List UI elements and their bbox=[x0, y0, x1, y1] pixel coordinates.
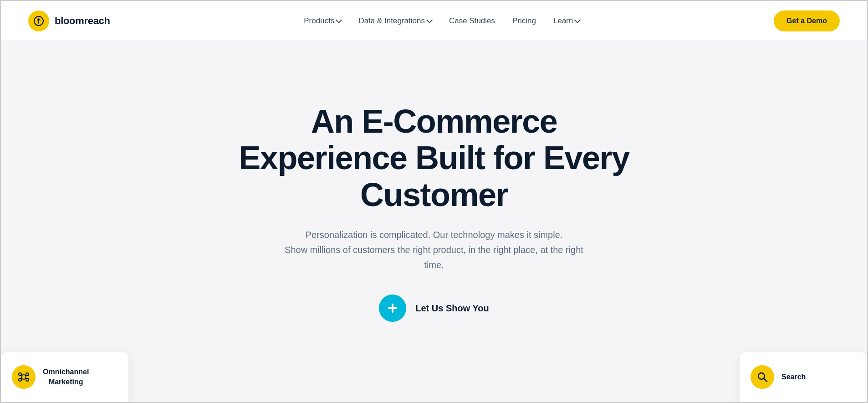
search-label: Search bbox=[781, 373, 806, 381]
cta-label: Let Us Show You bbox=[415, 303, 489, 314]
page-wrapper: bloomreach Products Data & Integrations … bbox=[0, 0, 868, 403]
omnichannel-card[interactable]: Omnichannel Marketing bbox=[1, 352, 128, 402]
hero-subtitle: Personalization is complicated. Our tech… bbox=[279, 227, 589, 273]
nav-case-studies[interactable]: Case Studies bbox=[449, 16, 495, 26]
brand-area: bloomreach bbox=[28, 10, 110, 31]
chevron-down-icon bbox=[336, 16, 342, 23]
cta-icon-circle[interactable] bbox=[379, 294, 406, 322]
hero-section: An E-Commerce Experience Built for Every… bbox=[1, 41, 867, 402]
svg-point-5 bbox=[26, 373, 29, 376]
hero-title: An E-Commerce Experience Built for Every… bbox=[229, 103, 639, 213]
omnichannel-icon-circle bbox=[12, 365, 36, 389]
get-demo-button[interactable]: Get a Demo bbox=[774, 10, 840, 31]
nav-pricing[interactable]: Pricing bbox=[512, 16, 536, 26]
nav-learn[interactable]: Learn bbox=[553, 16, 580, 26]
chevron-down-icon bbox=[426, 16, 433, 23]
nav-data-integrations[interactable]: Data & Integrations bbox=[358, 16, 432, 26]
svg-point-7 bbox=[26, 378, 29, 381]
svg-point-6 bbox=[19, 378, 21, 381]
navbar: bloomreach Products Data & Integrations … bbox=[1, 1, 867, 41]
nav-products[interactable]: Products bbox=[304, 16, 341, 26]
brand-name: bloomreach bbox=[55, 15, 110, 27]
chevron-down-icon bbox=[574, 16, 581, 23]
search-icon-circle bbox=[751, 365, 774, 389]
cta-row: Let Us Show You bbox=[379, 294, 489, 322]
search-card[interactable]: Search bbox=[740, 352, 867, 402]
omnichannel-label: Omnichannel Marketing bbox=[43, 367, 89, 388]
nav-links: Products Data & Integrations Case Studie… bbox=[304, 16, 580, 26]
logo-icon[interactable] bbox=[28, 10, 49, 31]
navbar-cta: Get a Demo bbox=[774, 10, 840, 31]
svg-point-4 bbox=[19, 373, 21, 376]
svg-rect-2 bbox=[388, 307, 397, 309]
svg-line-13 bbox=[764, 379, 767, 382]
